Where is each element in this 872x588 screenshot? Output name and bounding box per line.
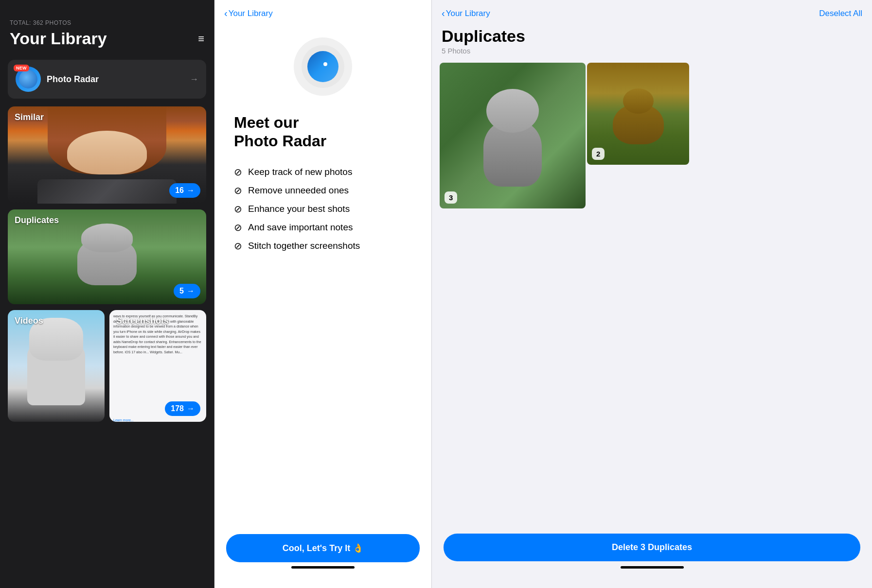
panel2-nav: ‹ Your Library: [214, 0, 431, 23]
panel3-back-button[interactable]: ‹ Your Library: [442, 8, 490, 19]
duplicate-thumb-duck[interactable]: 2: [587, 63, 689, 165]
check-icon-4: ⊘: [234, 222, 242, 233]
duplicates-page-title: Duplicates: [442, 27, 862, 46]
card-videos[interactable]: Videos: [8, 310, 105, 422]
feature-list: ⊘ Keep track of new photos ⊘ Remove unne…: [234, 166, 412, 252]
library-title: Your Library: [10, 29, 107, 48]
radar-inner: [19, 70, 37, 88]
feature-item-1: ⊘ Keep track of new photos: [234, 166, 412, 178]
duplicates-count: 5: [179, 287, 184, 295]
feature-item-4: ⊘ And save important notes: [234, 222, 412, 233]
panel2-content: Meet our Photo Radar ⊘ Keep track of new…: [214, 23, 431, 524]
feature-text-3: Enhance your best shots: [248, 204, 350, 214]
check-icon-3: ⊘: [234, 203, 242, 215]
panel2-footer: Cool, Let's Try It 👌: [214, 524, 431, 588]
panel3-header: Duplicates 5 Photos: [432, 23, 872, 63]
similar-count: 16: [175, 186, 184, 195]
cat-head: [486, 89, 539, 133]
card-duplicates[interactable]: Duplicates 5 →: [8, 209, 206, 304]
duplicates-photo-count: 5 Photos: [442, 47, 862, 55]
radar-name-label: Photo Radar: [47, 74, 190, 85]
headline-line2: Photo Radar: [234, 132, 326, 150]
check-icon-2: ⊘: [234, 185, 242, 196]
back-chevron-icon: ‹: [224, 8, 228, 19]
headline-line1: Meet our: [234, 114, 299, 131]
cta-button[interactable]: Cool, Let's Try It 👌: [226, 534, 420, 562]
radar-icon-container: NEW: [16, 67, 41, 92]
panel2-headline: Meet our Photo Radar: [234, 113, 412, 151]
screenshots-arrow-icon: →: [187, 404, 195, 413]
check-icon-5: ⊘: [234, 240, 242, 252]
card-similar[interactable]: Similar 16 →: [8, 106, 206, 204]
photo-radar-banner[interactable]: NEW Photo Radar →: [8, 60, 206, 99]
deselect-all-button[interactable]: Deselect All: [819, 9, 862, 18]
screenshots-count: 178: [171, 404, 184, 413]
home-indicator: [291, 566, 355, 569]
radar-rings-outer: [294, 37, 352, 96]
panel3-footer: Delete 3 Duplicates: [432, 524, 872, 588]
similar-shirt: [37, 179, 177, 204]
panel-duplicates: ‹ Your Library Deselect All Duplicates 5…: [432, 0, 872, 588]
screenshots-label: Screenshots: [116, 316, 169, 326]
duplicates-arrow-icon: →: [187, 287, 195, 295]
dup-cat-head: [81, 224, 133, 252]
back-button[interactable]: ‹ Your Library: [224, 8, 273, 19]
panel3-back-chevron-icon: ‹: [442, 8, 445, 19]
home-indicator-2: [621, 566, 684, 569]
menu-icon[interactable]: ≡: [198, 33, 204, 45]
radar-rings-inner: [307, 51, 338, 82]
duck-head: [623, 88, 654, 114]
dup-badge-1: 3: [445, 191, 457, 204]
similar-arrow-icon: →: [187, 186, 195, 195]
panel-library: TOTAL: 362 PHOTOS Your Library ≡ NEW Pho…: [0, 0, 214, 588]
cards-bottom-row: Videos ways to express yourself as you c…: [8, 310, 206, 422]
duplicate-thumb-cat[interactable]: 3: [440, 63, 586, 208]
total-photos-label: TOTAL: 362 PHOTOS: [10, 19, 204, 26]
feature-item-3: ⊘ Enhance your best shots: [234, 203, 412, 215]
library-title-row: Your Library ≡: [10, 29, 204, 48]
similar-label: Similar: [15, 112, 44, 122]
feature-text-4: And save important notes: [248, 222, 353, 233]
new-badge: NEW: [14, 65, 29, 71]
delete-duplicates-button[interactable]: Delete 3 Duplicates: [444, 534, 860, 561]
duplicates-grid: 3 2: [432, 63, 872, 524]
radar-rings-middle: [302, 45, 344, 88]
videos-label: Videos: [15, 316, 43, 326]
feature-text-1: Keep track of new photos: [248, 167, 352, 177]
panel3-nav: ‹ Your Library Deselect All: [432, 0, 872, 23]
similar-count-badge: 16 →: [169, 183, 200, 198]
screenshot-learn-more: Learn more...: [109, 418, 206, 422]
radar-arrow-icon: →: [190, 74, 198, 85]
screenshots-count-badge: 178 →: [165, 401, 200, 416]
cat-photo-bg: [440, 63, 586, 208]
panel-photo-radar: ‹ Your Library Meet our Photo Radar ⊘: [214, 0, 431, 588]
duplicates-label: Duplicates: [15, 215, 59, 225]
duplicates-count-badge: 5 →: [174, 284, 200, 298]
radar-display-icon: [294, 37, 352, 96]
videos-bg: [8, 310, 105, 422]
library-header: TOTAL: 362 PHOTOS Your Library ≡: [0, 0, 214, 56]
feature-text-2: Remove unneeded ones: [248, 185, 349, 196]
panel3-back-label: Your Library: [446, 9, 490, 18]
dup-badge-2: 2: [592, 148, 605, 160]
back-label: Your Library: [229, 9, 273, 18]
radar-dot: [323, 62, 327, 66]
cards-container: Similar 16 → Duplicates 5 →: [0, 106, 214, 588]
check-icon-1: ⊘: [234, 166, 242, 178]
similar-face: [67, 131, 146, 174]
feature-item-2: ⊘ Remove unneeded ones: [234, 185, 412, 196]
feature-item-5: ⊘ Stitch together screenshots: [234, 240, 412, 252]
feature-text-5: Stitch together screenshots: [248, 241, 360, 251]
card-screenshots[interactable]: ways to express yourself as you communic…: [109, 310, 206, 422]
